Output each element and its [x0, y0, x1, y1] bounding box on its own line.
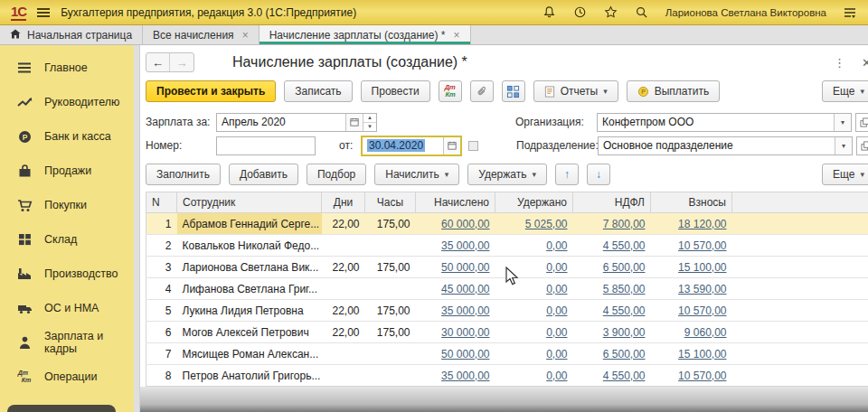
- sidebar-item-rukovoditelyu[interactable]: Руководителю: [0, 85, 134, 119]
- cell-6[interactable]: 6 500,00: [573, 343, 651, 365]
- cell-4[interactable]: 35 000,00: [416, 235, 495, 257]
- sidebar-item-os-i-nma[interactable]: ОС и НМА: [0, 291, 134, 325]
- nav-forward-button[interactable]: →: [170, 53, 193, 71]
- amount-link[interactable]: 10 570,00: [678, 304, 726, 317]
- cell-1[interactable]: Мясищев Роман Алексан...: [177, 343, 322, 365]
- current-user[interactable]: Ларионова Светлана Викторовна: [665, 7, 826, 18]
- reports-button[interactable]: Отчеты▾: [533, 80, 618, 102]
- cell-8[interactable]: [732, 322, 868, 343]
- amount-link[interactable]: 10 570,00: [678, 239, 726, 252]
- cell-6[interactable]: 4 550,00: [573, 300, 651, 322]
- amount-link[interactable]: 7 800,00: [603, 218, 646, 230]
- cell-6[interactable]: 5 850,00: [573, 278, 651, 300]
- cell-2[interactable]: [322, 278, 365, 300]
- cell-6[interactable]: 4 550,00: [573, 365, 651, 387]
- chevron-down-icon[interactable]: ▾: [834, 114, 851, 131]
- cell-7[interactable]: 10 570,00: [651, 300, 732, 322]
- post-and-close-button[interactable]: Провести и закрыть: [146, 80, 276, 102]
- cell-4[interactable]: 50 000,00: [416, 343, 495, 365]
- salary-period-field[interactable]: Апрель 2020 ▲▼: [216, 113, 377, 132]
- cell-7[interactable]: 13 590,00: [651, 278, 732, 300]
- cell-3[interactable]: [365, 343, 416, 365]
- organization-field[interactable]: Конфетпром ООО ▾: [597, 113, 852, 132]
- cell-8[interactable]: [732, 300, 868, 322]
- cell-4[interactable]: 60 000,00: [416, 213, 495, 235]
- main-menu-icon[interactable]: [37, 8, 50, 17]
- cell-8[interactable]: [732, 213, 868, 235]
- cell-0[interactable]: 6: [146, 322, 177, 343]
- cell-3[interactable]: 175,00: [365, 257, 416, 278]
- cell-4[interactable]: 50 000,00: [416, 257, 495, 278]
- pick-button[interactable]: Подбор: [307, 164, 366, 185]
- cell-2[interactable]: 22,00: [322, 213, 365, 235]
- amount-link[interactable]: 13 590,00: [678, 283, 726, 295]
- department-field[interactable]: Основное подразделение ▾: [598, 136, 853, 155]
- amount-link[interactable]: 4 550,00: [603, 304, 646, 317]
- sidebar-item-zarplata-i-kadry[interactable]: Зарплата и кадры: [0, 325, 134, 360]
- amount-link[interactable]: 3 900,00: [603, 326, 646, 339]
- period-stepper[interactable]: ▲▼: [363, 114, 376, 131]
- amount-link[interactable]: 4 550,00: [603, 239, 646, 252]
- table-row[interactable]: 8Петров Анатолий Григорь...35 000,000,00…: [146, 365, 868, 387]
- amount-link[interactable]: 60 000,00: [441, 218, 489, 230]
- amount-link[interactable]: 15 100,00: [678, 261, 726, 274]
- cell-1[interactable]: Абрамов Геннадий Серге...: [177, 213, 322, 235]
- amount-link[interactable]: 4 550,00: [603, 370, 646, 382]
- accrue-button[interactable]: Начислить▾: [374, 164, 459, 185]
- open-department-button[interactable]: [856, 136, 868, 155]
- chevron-down-icon[interactable]: ▾: [835, 137, 852, 154]
- table-row[interactable]: 1Абрамов Геннадий Серге...22,00175,0060 …: [146, 213, 868, 235]
- amount-link[interactable]: 30 000,00: [441, 326, 489, 339]
- cell-6[interactable]: 3 900,00: [573, 322, 651, 343]
- sidebar-item-pokupki[interactable]: Покупки: [0, 188, 134, 222]
- service-menu-icon[interactable]: [843, 5, 857, 20]
- close-tab-icon[interactable]: ×: [454, 29, 460, 42]
- amount-link[interactable]: 10 570,00: [678, 370, 726, 382]
- amount-link[interactable]: 35 000,00: [441, 370, 489, 382]
- pay-button[interactable]: Р Выплатить: [627, 80, 721, 102]
- amount-link[interactable]: 6 500,00: [603, 261, 646, 274]
- cell-5[interactable]: 0,00: [495, 343, 573, 365]
- cell-0[interactable]: 5: [146, 300, 177, 322]
- amount-link[interactable]: 0,00: [546, 304, 567, 317]
- cell-7[interactable]: 9 060,00: [651, 322, 732, 343]
- close-form-icon[interactable]: ✕: [862, 56, 868, 70]
- fill-button[interactable]: Заполнить: [146, 164, 221, 185]
- calendar-icon[interactable]: [345, 114, 363, 131]
- amount-link[interactable]: 0,00: [546, 283, 567, 295]
- cell-7[interactable]: 10 570,00: [651, 235, 732, 257]
- cell-1[interactable]: Ковальков Николай Федо...: [177, 235, 322, 257]
- amount-link[interactable]: 0,00: [546, 239, 567, 252]
- cell-4[interactable]: 45 000,00: [416, 278, 495, 300]
- amount-link[interactable]: 50 000,00: [441, 261, 489, 274]
- amount-link[interactable]: 45 000,00: [441, 283, 489, 295]
- amount-link[interactable]: 0,00: [546, 326, 567, 339]
- table-row[interactable]: 5Лукина Лидия Петровна22,00175,0035 000,…: [146, 300, 868, 322]
- cell-1[interactable]: Лифанова Светлана Григ...: [177, 278, 322, 300]
- amount-link[interactable]: 9 060,00: [684, 326, 727, 339]
- sidebar-splitter[interactable]: [134, 45, 140, 412]
- cell-0[interactable]: 1: [146, 213, 177, 235]
- cell-5[interactable]: 0,00: [495, 322, 573, 343]
- cell-5[interactable]: 0,00: [495, 365, 573, 387]
- cell-3[interactable]: [365, 278, 416, 300]
- nav-back-button[interactable]: ←: [146, 53, 170, 71]
- date-field[interactable]: 30.04.2020: [361, 136, 462, 156]
- cell-2[interactable]: 22,00: [322, 300, 365, 322]
- open-organization-button[interactable]: [855, 113, 868, 132]
- cell-3[interactable]: [365, 235, 416, 257]
- favorites-star-icon[interactable]: [604, 5, 618, 20]
- number-field[interactable]: [216, 136, 316, 155]
- sidebar-item-bank-i-kassa[interactable]: РБанк и касса: [0, 119, 134, 154]
- cell-5[interactable]: 5 025,00: [495, 213, 573, 235]
- amount-link[interactable]: 0,00: [546, 261, 567, 274]
- table-row[interactable]: 2Ковальков Николай Федо...35 000,000,004…: [146, 235, 868, 257]
- toolbar-more-button[interactable]: Еще▾: [822, 80, 868, 102]
- cell-6[interactable]: 7 800,00: [573, 213, 651, 235]
- more-menu-icon[interactable]: ⋮: [834, 56, 845, 70]
- cell-1[interactable]: Лукина Лидия Петровна: [177, 300, 322, 322]
- dtkt-postings-button[interactable]: ДтКт: [439, 80, 462, 102]
- cell-5[interactable]: 0,00: [495, 235, 573, 257]
- cell-0[interactable]: 8: [146, 365, 177, 387]
- cell-7[interactable]: 15 100,00: [651, 343, 732, 365]
